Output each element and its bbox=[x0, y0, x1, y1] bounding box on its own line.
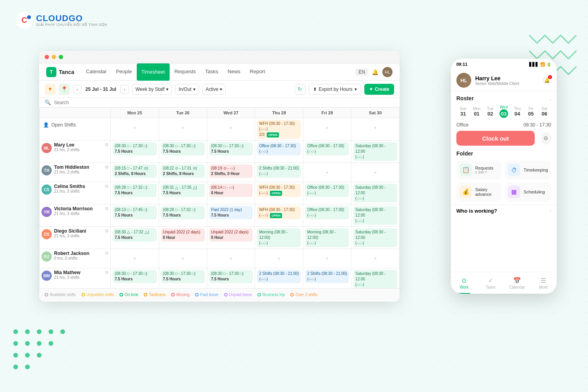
bottom-nav-calendar[interactable]: 📅 Calendar bbox=[504, 277, 530, 289]
shift-cell-paid[interactable]: Paid 2022 (1 day)7.5 Hours bbox=[209, 206, 253, 219]
close-dot[interactable] bbox=[45, 55, 49, 59]
shift-cell[interactable]: Unpaid 2022 (2 days)0 Hour bbox=[209, 228, 253, 242]
shift-cell[interactable]: WFH (08:30 - 17:30)(-:-:-) OPEN bbox=[257, 184, 301, 197]
shift-cell[interactable]: Morning (08:30 - 12:00)(-:-:-) bbox=[257, 228, 301, 247]
search-icon: 🔍 bbox=[45, 99, 51, 105]
settings-icon[interactable]: ⊙ bbox=[105, 228, 109, 233]
shift-cell[interactable]: Office (08:30 - 17:30)(-:-:-) bbox=[305, 206, 349, 219]
roster-day-tue[interactable]: Tue 02 bbox=[483, 105, 497, 118]
roster-day-wed-today[interactable]: Wed 03 bbox=[497, 104, 511, 119]
shift-cell[interactable]: Saturday (08:30 - 12:00(-:-:-) bbox=[353, 142, 397, 161]
shift-cell[interactable]: Office (08:30 - 17:30)(-:-:-) bbox=[305, 142, 349, 155]
bottom-nav-work[interactable]: ⊙ Work bbox=[451, 277, 478, 289]
shift-cell[interactable]: (08:15 □ - 17:47 ⊙)2 Shifts, 8 Hours bbox=[113, 164, 157, 178]
shift-cell[interactable]: Saturday (08:30 - 12:00(-:-:-) bbox=[353, 270, 397, 288]
create-button[interactable]: ✦ Create bbox=[364, 84, 394, 95]
minimize-dot[interactable] bbox=[52, 55, 56, 59]
settings-icon[interactable]: ⊙ bbox=[105, 206, 109, 211]
nav-calendar[interactable]: Calendar bbox=[81, 63, 111, 81]
roster-day-sun[interactable]: Sun 31 bbox=[456, 105, 470, 118]
shift-cell[interactable]: Saturday (08:30 - 12:00(-:-:-) bbox=[353, 184, 397, 202]
open-shift-cell-thu[interactable]: WFH (08:30 - 17:30) (-:-:-) 2/3 OPEN bbox=[257, 120, 301, 139]
export-button[interactable]: ⬆ Export by Hours ▾ bbox=[309, 84, 361, 95]
open-shift-cell[interactable]: + bbox=[353, 120, 397, 135]
working-chevron[interactable]: › bbox=[550, 208, 551, 214]
shift-cell[interactable]: + bbox=[305, 164, 349, 180]
open-shift-cell[interactable]: + bbox=[161, 120, 205, 135]
nav-timesheet[interactable]: Timesheet bbox=[137, 63, 170, 81]
roster-chevron[interactable]: › bbox=[550, 97, 551, 103]
shift-cell[interactable]: (08:30 □ - 17:30 □)7.5 Hours bbox=[209, 270, 253, 283]
view-by-select[interactable]: Week by Staff ▾ bbox=[132, 84, 172, 95]
shift-cell[interactable]: Office (08:30 - 17:30)(-:-:-) bbox=[257, 142, 301, 155]
roster-day-fri[interactable]: Fri 05 bbox=[524, 105, 538, 118]
inout-select[interactable]: In/Out ▾ bbox=[175, 84, 199, 95]
open-shift-cell[interactable]: + bbox=[305, 120, 349, 135]
search-input[interactable] bbox=[54, 100, 394, 105]
clock-gear-button[interactable]: ⚙ bbox=[541, 132, 551, 145]
shift-cell[interactable]: + bbox=[161, 251, 205, 266]
settings-icon[interactable]: ⊙ bbox=[105, 142, 109, 147]
prev-week-button[interactable]: ‹ bbox=[73, 85, 81, 94]
nav-tasks[interactable]: Tasks bbox=[201, 63, 223, 81]
refresh-button[interactable]: ↻ bbox=[295, 84, 306, 95]
bottom-nav-more[interactable]: ☰ More bbox=[530, 277, 557, 289]
shift-cell[interactable]: Office (08:30 - 17:30)(-:-:-) bbox=[305, 184, 349, 197]
maximize-dot[interactable] bbox=[59, 55, 63, 59]
shift-cell[interactable]: + bbox=[353, 164, 397, 180]
shift-cell[interactable]: + bbox=[209, 251, 253, 266]
folder-salary[interactable]: 💰 Salary advance bbox=[456, 182, 501, 201]
shift-cell[interactable]: (08:30 △ - 17:32 △)7.5 Hours bbox=[113, 228, 157, 242]
settings-icon[interactable]: ⊙ bbox=[105, 270, 109, 275]
bottom-nav-tasks[interactable]: ✓ Tasks bbox=[478, 277, 504, 289]
settings-icon[interactable]: ⊙ bbox=[105, 164, 109, 170]
roster-day-thu[interactable]: Thu 04 bbox=[510, 105, 524, 118]
shift-cell[interactable]: Saturday (08:30 - 12:00(-:-:-) bbox=[353, 206, 397, 225]
shift-cell[interactable]: (08:30 □ - 17:30 □)7.5 Hours bbox=[209, 142, 253, 155]
shift-cell[interactable]: (08:30 □ - 17:30 □)7.5 Hours bbox=[113, 142, 157, 155]
open-shift-cell[interactable]: + bbox=[209, 120, 253, 135]
settings-icon[interactable]: ⊙ bbox=[105, 251, 109, 256]
shift-cell[interactable]: (08:19 ⊙ - -:-)2 Shifts, 0 Hour bbox=[209, 164, 253, 178]
shift-cell[interactable]: (08:30 □ - 17:30 □)7.5 Hours bbox=[113, 270, 157, 283]
filter-button[interactable]: ▼ bbox=[45, 84, 56, 95]
shift-cell[interactable]: (08:28 □ - 17:32 □)7.5 Hours bbox=[113, 184, 157, 197]
shift-cell[interactable]: WFH (08:30 - 17:30)(-:-:-) OPEN bbox=[257, 206, 301, 219]
folder-timekeeping[interactable]: ⏱ Timekeeping bbox=[505, 161, 551, 179]
status-select[interactable]: Active ▾ bbox=[202, 84, 226, 95]
settings-icon[interactable]: ⊙ bbox=[105, 184, 109, 189]
shift-cell[interactable]: Morning (08:30 - 12:00)(-:-:-) bbox=[305, 228, 349, 247]
nav-report[interactable]: Report bbox=[245, 63, 270, 81]
shift-cell[interactable]: (08:22 ⊙ - 17:31 ⊙)2 Shifts, 8 Hours bbox=[161, 164, 205, 178]
pin-button[interactable]: 📍 bbox=[59, 84, 70, 95]
shift-cell[interactable]: Saturday (08:30 - 12:00(-:-:-) bbox=[353, 228, 397, 247]
shift-cell[interactable]: (08:30 □ - 17:30 □)7.5 Hours bbox=[161, 142, 205, 155]
shift-cell[interactable]: + bbox=[257, 251, 301, 266]
shift-cell[interactable]: (08:14 □ - -:-)0 Hour bbox=[209, 184, 253, 197]
shift-cell[interactable]: 2 Shifts (08:30 - 21:00)(-:-:-) bbox=[257, 164, 301, 178]
shift-cell[interactable]: Unpaid 2022 (2 days)0 Hour bbox=[161, 228, 205, 242]
shift-cell[interactable]: 2 Shifts (08:30 - 21:00)(-:-:-) bbox=[257, 270, 301, 283]
folder-requests[interactable]: 📋 Requests 2 330 7 bbox=[456, 161, 501, 179]
open-shift-cell[interactable]: + bbox=[113, 120, 157, 135]
notification-button[interactable]: 🔔 6 bbox=[543, 76, 551, 85]
shift-cell[interactable]: + bbox=[305, 251, 349, 266]
shift-cell[interactable]: + bbox=[353, 251, 397, 266]
next-week-button[interactable]: › bbox=[120, 85, 129, 94]
shift-cell[interactable]: 2 Shifts (08:30 - 21:00)(-:-:-) bbox=[305, 270, 349, 283]
shift-cell[interactable]: (08:28 □ - 17:32 □)7.5 Hours bbox=[161, 206, 205, 219]
nav-people[interactable]: People bbox=[111, 63, 136, 81]
shift-cell[interactable]: (08:31 △ - 17:35 △)7.5 Hours bbox=[161, 184, 205, 197]
shift-cell[interactable]: (08:13 □ - 17:45 □)7.5 Hours bbox=[113, 206, 157, 219]
clock-out-button[interactable]: Clock out bbox=[456, 131, 535, 146]
shift-cell[interactable]: (08:30 □ - 17:30 □)7.5 Hours bbox=[161, 270, 205, 283]
nav-news[interactable]: News bbox=[223, 63, 245, 81]
bell-icon[interactable]: 🔔 bbox=[372, 69, 378, 75]
roster-day-sat[interactable]: Sat 06 bbox=[537, 105, 551, 118]
user-avatar[interactable]: HL bbox=[382, 67, 393, 77]
lang-badge[interactable]: EN bbox=[356, 69, 368, 76]
nav-requests[interactable]: Requests bbox=[170, 63, 201, 81]
roster-day-mon[interactable]: Mon 01 bbox=[470, 105, 484, 118]
shift-cell[interactable]: + bbox=[113, 251, 157, 266]
folder-scheduling[interactable]: ▦ Scheduling bbox=[505, 182, 551, 201]
